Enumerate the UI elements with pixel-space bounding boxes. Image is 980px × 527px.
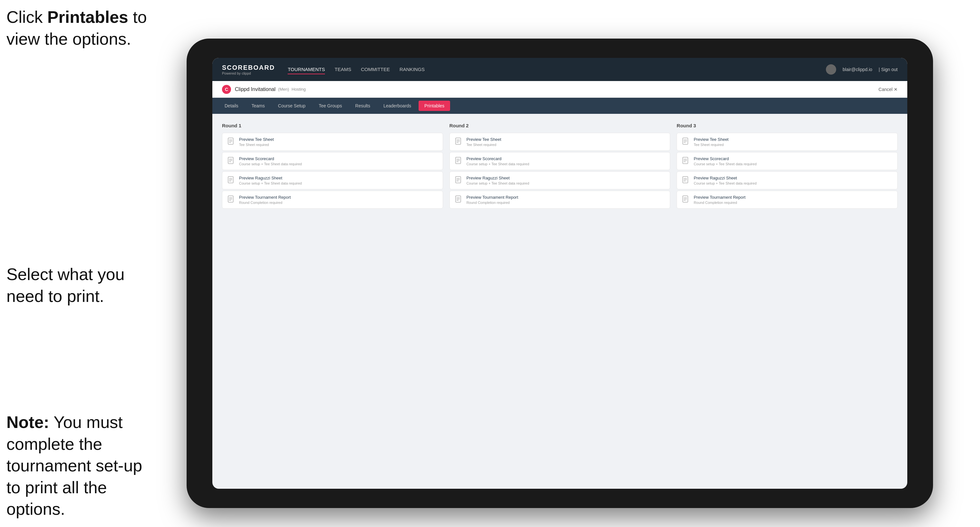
document-icon: [682, 138, 690, 147]
card-subtitle: Tee Sheet required: [239, 143, 274, 147]
round-2-tournament-report[interactable]: Preview Tournament Report Round Completi…: [449, 190, 670, 209]
printables-bold: Printables: [47, 8, 128, 26]
round-1-raguzzi-text: Preview Raguzzi Sheet Course setup + Tee…: [239, 176, 302, 185]
card-subtitle: Round Completion required: [694, 201, 745, 205]
top-nav-right: blair@clippd.io | Sign out: [826, 64, 898, 75]
round-2-scorecard-text: Preview Scorecard Course setup + Tee She…: [466, 156, 529, 166]
card-title: Preview Raguzzi Sheet: [239, 176, 302, 180]
round-2-label: Round 2: [449, 123, 670, 128]
document-icon: [228, 195, 235, 205]
card-subtitle: Course setup + Tee Sheet data required: [466, 162, 529, 166]
document-icon: [682, 176, 690, 185]
document-icon: [228, 138, 235, 147]
round-3-raguzzi-text: Preview Raguzzi Sheet Course setup + Tee…: [694, 176, 756, 185]
tab-printables[interactable]: Printables: [418, 101, 450, 111]
top-navigation: SCOREBOARD Powered by clippd TOURNAMENTS…: [212, 58, 907, 81]
document-icon: [455, 195, 463, 205]
round-1-tee-sheet-text: Preview Tee Sheet Tee Sheet required: [239, 137, 274, 147]
user-email: blair@clippd.io: [843, 67, 872, 72]
round-1-label: Round 1: [222, 123, 443, 128]
round-2-tournament-report-text: Preview Tournament Report Round Completi…: [466, 195, 518, 205]
logo-title: SCOREBOARD: [222, 64, 275, 71]
tournament-bar: C Clippd Invitational (Men) Hosting Canc…: [212, 81, 907, 98]
document-icon: [455, 157, 463, 166]
document-icon: [228, 157, 235, 166]
round-2-raguzzi-text: Preview Raguzzi Sheet Course setup + Tee…: [466, 176, 529, 185]
rounds-grid: Round 1 Preview Tee Sheet Tee S: [222, 123, 898, 209]
tab-details[interactable]: Details: [219, 101, 244, 111]
annotation-bottom: Note: You mustcomplete thetournament set…: [6, 411, 161, 520]
card-title: Preview Tournament Report: [466, 195, 518, 200]
round-1-section: Round 1 Preview Tee Sheet Tee S: [222, 123, 443, 209]
tablet-screen: SCOREBOARD Powered by clippd TOURNAMENTS…: [212, 58, 907, 489]
tab-leaderboards[interactable]: Leaderboards: [378, 101, 417, 111]
round-3-section: Round 3 Preview Tee Sheet Tee S: [677, 123, 898, 209]
sign-out-link[interactable]: | Sign out: [879, 67, 898, 72]
card-title: Preview Scorecard: [466, 156, 529, 161]
round-2-cards: Preview Tee Sheet Tee Sheet required: [449, 133, 670, 209]
annotation-top: Click Printables toview the options.: [6, 6, 161, 50]
nav-rankings[interactable]: RANKINGS: [399, 65, 425, 74]
tab-course-setup[interactable]: Course Setup: [272, 101, 312, 111]
card-subtitle: Course setup + Tee Sheet data required: [239, 162, 302, 166]
round-3-tee-sheet-text: Preview Tee Sheet Tee Sheet required: [694, 137, 729, 147]
main-content: Round 1 Preview Tee Sheet Tee S: [212, 114, 907, 489]
document-icon: [455, 176, 463, 185]
round-1-tee-sheet[interactable]: Preview Tee Sheet Tee Sheet required: [222, 133, 443, 151]
round-3-scorecard-text: Preview Scorecard Course setup + Tee She…: [694, 156, 756, 166]
card-title: Preview Raguzzi Sheet: [694, 176, 756, 180]
document-icon: [682, 157, 690, 166]
note-bold: Note:: [6, 413, 49, 432]
round-3-scorecard[interactable]: Preview Scorecard Course setup + Tee She…: [677, 152, 898, 170]
user-avatar: [826, 64, 836, 75]
card-title: Preview Tee Sheet: [466, 137, 501, 142]
document-icon: [455, 138, 463, 147]
round-1-scorecard-text: Preview Scorecard Course setup + Tee She…: [239, 156, 302, 166]
tab-teams[interactable]: Teams: [246, 101, 270, 111]
logo-subtitle: Powered by clippd: [222, 71, 275, 75]
top-nav-links: TOURNAMENTS TEAMS COMMITTEE RANKINGS: [288, 65, 826, 74]
card-subtitle: Round Completion required: [239, 201, 291, 205]
tab-results[interactable]: Results: [349, 101, 376, 111]
card-subtitle: Course setup + Tee Sheet data required: [239, 181, 302, 185]
card-subtitle: Course setup + Tee Sheet data required: [694, 181, 756, 185]
round-2-tee-sheet-text: Preview Tee Sheet Tee Sheet required: [466, 137, 501, 147]
card-subtitle: Tee Sheet required: [466, 143, 501, 147]
card-title: Preview Tournament Report: [694, 195, 745, 200]
round-2-raguzzi-sheet[interactable]: Preview Raguzzi Sheet Course setup + Tee…: [449, 171, 670, 189]
tournament-logo: C: [222, 85, 231, 94]
tab-tee-groups[interactable]: Tee Groups: [313, 101, 348, 111]
nav-teams[interactable]: TEAMS: [335, 65, 352, 74]
logo-area: SCOREBOARD Powered by clippd: [222, 64, 275, 75]
round-1-cards: Preview Tee Sheet Tee Sheet required: [222, 133, 443, 209]
round-3-label: Round 3: [677, 123, 898, 128]
tournament-status: Hosting: [291, 87, 305, 92]
round-3-tournament-report[interactable]: Preview Tournament Report Round Completi…: [677, 190, 898, 209]
card-title: Preview Tee Sheet: [694, 137, 729, 142]
nav-tournaments[interactable]: TOURNAMENTS: [288, 65, 325, 74]
annotation-middle: Select what youneed to print.: [6, 264, 161, 307]
card-title: Preview Raguzzi Sheet: [466, 176, 529, 180]
card-title: Preview Tee Sheet: [239, 137, 274, 142]
round-1-tournament-report[interactable]: Preview Tournament Report Round Completi…: [222, 190, 443, 209]
card-subtitle: Course setup + Tee Sheet data required: [694, 162, 756, 166]
round-2-tee-sheet[interactable]: Preview Tee Sheet Tee Sheet required: [449, 133, 670, 151]
round-3-cards: Preview Tee Sheet Tee Sheet required: [677, 133, 898, 209]
cancel-button[interactable]: Cancel ✕: [879, 87, 898, 92]
tournament-type: (Men): [278, 87, 289, 92]
round-3-tee-sheet[interactable]: Preview Tee Sheet Tee Sheet required: [677, 133, 898, 151]
tablet-device: SCOREBOARD Powered by clippd TOURNAMENTS…: [187, 38, 933, 508]
document-icon: [682, 195, 690, 205]
round-1-raguzzi-sheet[interactable]: Preview Raguzzi Sheet Course setup + Tee…: [222, 171, 443, 189]
round-3-tournament-report-text: Preview Tournament Report Round Completi…: [694, 195, 745, 205]
round-1-scorecard[interactable]: Preview Scorecard Course setup + Tee She…: [222, 152, 443, 170]
tournament-name: Clippd Invitational: [235, 86, 275, 92]
card-subtitle: Round Completion required: [466, 201, 518, 205]
round-3-raguzzi-sheet[interactable]: Preview Raguzzi Sheet Course setup + Tee…: [677, 171, 898, 189]
card-subtitle: Tee Sheet required: [694, 143, 729, 147]
document-icon: [228, 176, 235, 185]
round-2-scorecard[interactable]: Preview Scorecard Course setup + Tee She…: [449, 152, 670, 170]
nav-committee[interactable]: COMMITTEE: [361, 65, 390, 74]
card-title: Preview Scorecard: [239, 156, 302, 161]
card-subtitle: Course setup + Tee Sheet data required: [466, 181, 529, 185]
